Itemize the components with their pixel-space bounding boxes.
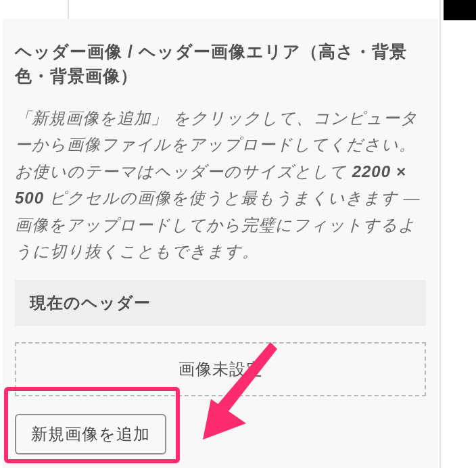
corner-block bbox=[444, 0, 476, 20]
image-placeholder[interactable]: 画像未設定 bbox=[15, 342, 426, 396]
divider-right bbox=[439, 0, 441, 468]
section-description: 「新規画像を追加」 をクリックして、コンピューターから画像ファイルをアップロード… bbox=[15, 105, 426, 266]
add-new-image-button[interactable]: 新規画像を追加 bbox=[15, 414, 166, 454]
description-post: ピクセルの画像を使うと最もうまくいきます — 画像をアップロードしてから完璧にフ… bbox=[15, 189, 420, 260]
section-title: ヘッダー画像 / ヘッダー画像エリア（高さ・背景色・背景画像） bbox=[15, 39, 426, 89]
header-image-settings-panel: ヘッダー画像 / ヘッダー画像エリア（高さ・背景色・背景画像） 「新規画像を追加… bbox=[3, 19, 438, 468]
current-header-subtitle: 現在のヘッダー bbox=[15, 280, 426, 326]
divider-top bbox=[68, 0, 69, 19]
